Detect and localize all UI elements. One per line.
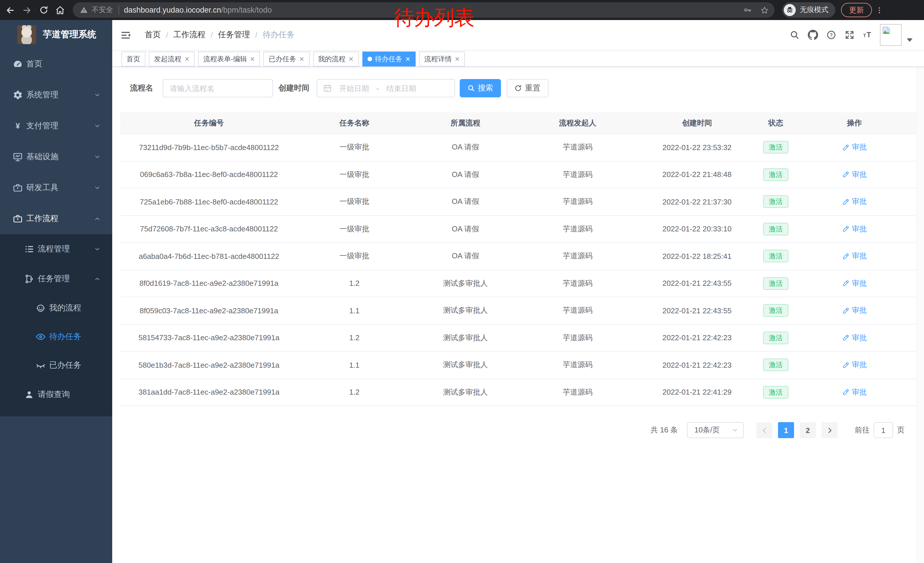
prev-page-button[interactable] [756,422,772,438]
sidebar-item-label: 工作流程 [26,214,58,224]
avatar-caret-icon[interactable] [907,38,912,42]
home-icon[interactable] [55,5,65,15]
table-row: a6aba0a4-7b6d-11ec-b781-acde48001122一级审批… [120,243,916,270]
action-cell: 审批 [793,161,916,188]
edit-icon [842,280,850,287]
next-page-button[interactable] [822,422,837,438]
edit-icon [842,225,850,233]
search-button[interactable]: 搜索 [459,79,501,98]
help-icon[interactable]: ? [826,30,836,40]
approve-link[interactable]: 审批 [842,224,867,234]
tab-process-detail[interactable]: 流程详情✕ [419,51,465,66]
process-name-input[interactable] [162,79,273,98]
tab-my-process[interactable]: 我的流程✕ [313,51,358,66]
start-date-input[interactable] [332,84,376,93]
approve-link[interactable]: 审批 [842,278,867,289]
search-icon[interactable] [789,30,800,40]
breadcrumb-item[interactable]: 任务管理 [218,30,250,40]
tab-done-tasks[interactable]: 已办任务✕ [264,51,309,66]
sidebar-item-infrastructure[interactable]: 基础设施 [0,141,112,173]
status-cell: 激活 [759,188,793,215]
end-date-input[interactable] [379,84,424,93]
sidebar-item-leave-query[interactable]: 请假查询 [0,380,112,410]
key-icon[interactable] [743,6,752,14]
close-icon[interactable]: ✕ [454,56,460,62]
reset-button[interactable]: 重置 [506,79,548,98]
process-cell: 测试多审批人 [411,297,520,324]
task-table: 任务编号任务名称所属流程流程发起人创建时间状态操作73211d9d-7b9b-1… [120,112,916,406]
edit-icon [842,334,850,342]
tab-home[interactable]: 首页 [122,51,146,66]
goto-page-input[interactable] [874,422,893,438]
close-icon[interactable]: ✕ [299,56,304,62]
date-range-picker[interactable]: - [316,79,455,98]
avatar[interactable] [880,24,902,46]
approve-link[interactable]: 审批 [842,251,867,261]
approve-link[interactable]: 审批 [842,197,867,207]
address-bar[interactable]: 不安全 dashboard.yudao.iocoder.cn/bpm/task/… [73,2,775,18]
close-icon[interactable]: ✕ [184,56,189,62]
approve-link[interactable]: 审批 [842,360,867,370]
close-icon[interactable]: ✕ [348,56,354,62]
scrollbar[interactable] [916,40,924,563]
close-icon[interactable]: ✕ [405,56,411,62]
incognito-badge: 无痕模式 [782,2,835,18]
sidebar-item-label: 待办任务 [49,332,81,342]
tab-start-process[interactable]: 发起流程✕ [149,51,195,66]
task-name-cell: 1.1 [298,297,411,324]
process-cell: OA 请假 [411,188,520,215]
approve-link[interactable]: 审批 [842,142,867,153]
forward-icon[interactable] [22,5,32,15]
sidebar-item-workflow[interactable]: 工作流程 [0,203,112,234]
task-name-cell: 一级审批 [298,216,411,242]
security-label[interactable]: 不安全 [92,5,113,15]
page-size-select[interactable]: 10条/页 [687,422,744,438]
starter-cell: 芋道源码 [520,161,636,188]
logo-row[interactable]: 芋道管理系统 [0,20,112,49]
app-header: 首页/工作流程/任务管理/待办任务 ? TT [112,20,924,50]
back-icon[interactable] [5,5,15,15]
sidebar-item-my-process[interactable]: 我的流程 [0,294,112,323]
page-button-1[interactable]: 1 [778,422,794,438]
sidebar-item-label: 系统管理 [26,90,58,100]
breadcrumb-item[interactable]: 首页 [145,30,161,40]
starter-cell: 芋道源码 [520,216,636,242]
github-icon[interactable] [808,30,818,40]
sidebar-item-todo-tasks[interactable]: 待办任务 [0,323,112,351]
table-row: 8f0d1619-7ac8-11ec-a9e2-a2380e71991a1.2测… [120,270,916,297]
approve-link[interactable]: 审批 [842,333,867,343]
action-cell: 审批 [793,243,916,269]
approve-link[interactable]: 审批 [842,170,867,180]
collapse-sidebar-icon[interactable] [120,30,131,41]
sidebar-item-home[interactable]: 首页 [0,49,112,80]
sidebar-item-done-tasks[interactable]: 已办任务 [0,351,112,380]
fullscreen-icon[interactable] [844,30,855,40]
sidebar-item-system-management[interactable]: 系统管理 [0,80,112,111]
briefcase-icon [13,214,23,224]
browser-menu-icon[interactable] [875,5,884,15]
text-size-icon[interactable]: TT [863,30,873,40]
sidebar-item-label: 请假查询 [38,389,70,400]
breadcrumb-separator: / [211,30,213,39]
task-name-cell: 一级审批 [298,134,411,161]
tab-process-form-edit[interactable]: 流程表单-编辑✕ [198,51,260,66]
sidebar-item-label: 研发工具 [26,183,58,193]
edit-icon [842,362,850,369]
close-icon[interactable]: ✕ [250,56,255,62]
reload-icon[interactable] [38,5,49,15]
sidebar-item-task-management[interactable]: 任务管理 [0,264,112,294]
sidebar-item-process-management[interactable]: 流程管理 [0,234,112,264]
breadcrumb-item[interactable]: 工作流程 [174,30,206,40]
sidebar-item-dev-tools[interactable]: 研发工具 [0,173,112,203]
update-button[interactable]: 更新 [841,3,872,17]
process-cell: 测试多审批人 [411,324,520,351]
edit-icon [842,171,850,179]
star-icon[interactable] [760,6,769,14]
sidebar-item-label: 基础设施 [26,152,58,162]
create-time-cell: 2022-01-21 22:43:55 [636,297,759,324]
approve-link[interactable]: 审批 [842,306,867,316]
page-button-2[interactable]: 2 [800,422,816,438]
approve-link[interactable]: 审批 [842,387,867,398]
tab-todo-tasks[interactable]: 待办任务✕ [362,51,416,66]
sidebar-item-payment-management[interactable]: ¥支付管理 [0,111,112,141]
